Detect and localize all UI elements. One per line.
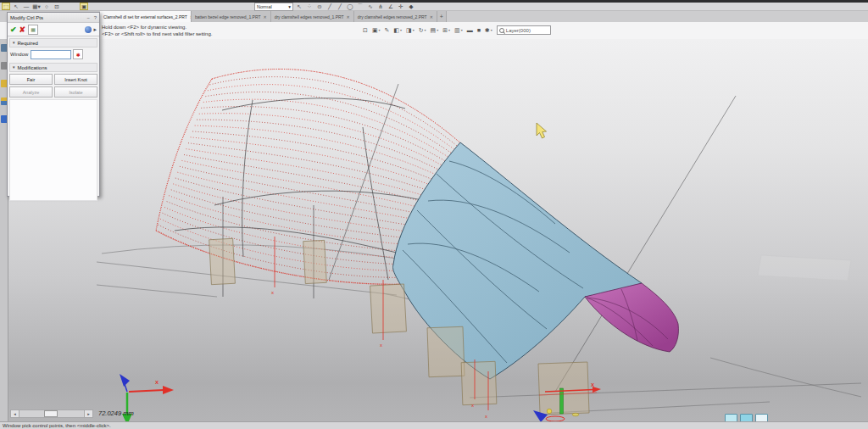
datum-box[interactable] — [538, 362, 589, 415]
magnifier-icon — [499, 28, 504, 33]
midpoint-icon[interactable]: ✛ — [397, 3, 405, 10]
datum-box[interactable] — [427, 326, 465, 376]
section-view-icon[interactable]: ▥▾ — [454, 27, 463, 34]
collapse-arrow-icon[interactable]: ▼ — [12, 65, 15, 70]
isolate-button[interactable]: Isolate — [54, 86, 97, 98]
scroll-left-arrow-icon[interactable]: ◂ — [11, 410, 19, 417]
surface-purple[interactable] — [585, 283, 678, 352]
window-icon[interactable]: ⊡ — [53, 3, 61, 10]
modification-buttons: Fair Insert Knot Analyze Isolate — [9, 74, 97, 98]
datum-x-mark: x — [485, 414, 487, 419]
datum-box[interactable] — [461, 361, 497, 404]
status-bar: Window pick control points, then <middle… — [0, 421, 868, 429]
section-modifications[interactable]: ▼ Modifications — [9, 63, 97, 72]
gear-icon[interactable]: ✱▾ — [485, 27, 492, 34]
csys-rotate-handle[interactable] — [572, 413, 579, 416]
point-icon[interactable]: ⁘ — [305, 3, 314, 10]
dialog-minimize-icon[interactable]: − — [86, 15, 90, 20]
cancel-x-icon[interactable]: ✘ — [19, 25, 26, 34]
wcs-x-axis[interactable] — [129, 390, 164, 392]
modify-ctrl-pts-dialog[interactable]: Modify Ctrl Pts − ? ✔ ✘ ▦ ▸ ▼ Required W… — [7, 12, 100, 197]
line-icon[interactable]: ╱ — [326, 3, 334, 10]
fair-button[interactable]: Fair — [9, 74, 53, 85]
wcs-x-arrowhead — [163, 386, 174, 394]
section-required[interactable]: ▼ Required — [9, 38, 97, 47]
csys-x-arrowhead — [593, 387, 601, 393]
angle-icon[interactable]: ∠ — [387, 3, 395, 10]
wcs-z-cone — [120, 374, 130, 387]
prompt-and-view-toolbar-row: Hold down <F2> for dynamic viewing. <F3>… — [0, 22, 868, 40]
window-selection-input[interactable] — [31, 50, 71, 59]
prompt-line-1: Hold down <F2> for dynamic viewing. — [102, 24, 212, 31]
quick-access-toolbar: ⬚ ↖ — ▦▾ ○ ⊡ ▣ Normal ▾ ↖ ⁘ ⊙ ╱ ╱ ◯ ⌒ ∿ … — [0, 3, 868, 11]
window-style-icon[interactable]: ⊡ — [363, 27, 368, 34]
tab-part-3[interactable]: dry clamshell edges removed_1.PRT ✕ — [271, 11, 354, 22]
spline-icon[interactable]: ∿ — [366, 3, 375, 10]
window-grid-icon[interactable]: ▦▾ — [32, 3, 41, 10]
section-modifications-label: Modifications — [17, 65, 47, 70]
horizontal-scrollbar[interactable]: ◂ ▸ — [10, 410, 93, 418]
new-tab-button[interactable]: + — [437, 11, 447, 22]
shaded-view-icon[interactable]: ◧▾ — [393, 27, 402, 34]
datum-x-mark: x — [271, 290, 274, 295]
csys-origin-handle[interactable] — [547, 409, 552, 414]
grid-icon[interactable]: ⊞▾ — [442, 27, 450, 34]
nx-application-window: ⬚ ↖ — ▦▾ ○ ⊡ ▣ Normal ▾ ↖ ⁘ ⊙ ╱ ╱ ◯ ⌒ ∿ … — [0, 0, 868, 429]
dark-strip-icon[interactable]: ▬ — [467, 27, 473, 33]
brush-icon[interactable]: ✎ — [385, 27, 390, 34]
layers-icon[interactable]: ▤▾ — [431, 27, 439, 34]
apply-icon[interactable]: ▦ — [28, 25, 38, 35]
layer-field-text: Layer(000) — [506, 28, 531, 33]
tab-part-4[interactable]: dry clamshell edges removed_2.PRT ✕ — [354, 11, 437, 22]
tab-part-1[interactable]: Clamshell dl set for external surfaces_2… — [100, 11, 192, 22]
collapse-arrow-icon[interactable]: ▼ — [12, 41, 15, 45]
ok-check-icon[interactable]: ✔ — [10, 25, 17, 34]
dialog-title-bar[interactable]: Modify Ctrl Pts − ? — [8, 13, 99, 23]
part-tab-bar: Clamshell dl set for external surfaces_2… — [0, 11, 868, 22]
solid-box-icon[interactable]: ■ — [477, 27, 481, 33]
viewport-canvas[interactable]: x x x x X X — [8, 39, 868, 421]
wcs-x-label: X — [155, 380, 159, 385]
dialog-toolbar: ✔ ✘ ▦ ▸ — [8, 23, 99, 36]
layer-search-field[interactable]: Layer(000) — [497, 25, 551, 35]
tab-close-icon[interactable]: ✕ — [430, 14, 433, 20]
tab-close-icon[interactable]: ✕ — [347, 14, 350, 20]
csys-green-handle[interactable] — [560, 388, 564, 414]
datum-box[interactable] — [209, 238, 236, 284]
render-style-icon[interactable]: ▣▾ — [372, 27, 381, 34]
snap-point-icon[interactable]: ↖ — [295, 3, 303, 10]
analyze-button[interactable]: Analyze — [9, 86, 53, 98]
scrollbar-thumb[interactable] — [44, 410, 58, 417]
save-icon[interactable]: ▣ — [80, 3, 88, 10]
insert-knot-button[interactable]: Insert Knot — [54, 74, 97, 85]
window-label: Window — [10, 52, 28, 57]
point-constructor-icon[interactable]: ✱ — [73, 49, 83, 59]
scrollbar-track[interactable] — [19, 410, 84, 417]
selection-filter-value: Normal — [257, 4, 272, 9]
select-mode-icon[interactable]: ⬚ — [2, 3, 10, 10]
undo-icon[interactable]: ○ — [42, 3, 51, 10]
end-point-icon[interactable]: ⊙ — [315, 3, 324, 10]
window-selection-row: Window ✱ — [8, 47, 99, 61]
cursor-icon[interactable]: ↖ — [12, 3, 20, 10]
circle-icon[interactable]: ◯ — [346, 3, 354, 10]
arc-icon[interactable]: ⌒ — [356, 3, 364, 10]
tab-part-2[interactable]: batten bezel edge removed_1.PRT ✕ — [192, 11, 271, 22]
scroll-right-arrow-icon[interactable]: ▸ — [84, 410, 92, 417]
dialog-help-icon[interactable]: ? — [94, 15, 97, 20]
selection-filter-dropdown[interactable]: Normal ▾ — [254, 3, 293, 11]
tab-label: Clamshell dl set for external surfaces_2… — [103, 14, 187, 20]
menu-dash-icon[interactable]: — — [22, 3, 31, 10]
tab-close-icon[interactable]: ✕ — [263, 14, 266, 20]
refresh-icon[interactable]: ↻▾ — [419, 27, 426, 34]
info-sphere-icon[interactable] — [85, 26, 92, 33]
orient-view-icon[interactable]: ◨▾ — [406, 27, 415, 34]
datum-box[interactable] — [303, 240, 327, 283]
line2-icon[interactable]: ╱ — [336, 3, 344, 10]
prompt-line-2: <F3> or <Shift roll> to find next valid … — [102, 31, 212, 37]
expand-chevron-icon[interactable]: ▸ — [93, 26, 97, 33]
selection-toolbar: ↖ ⁘ ⊙ ╱ ╱ ◯ ⌒ ∿ ⋔ ∠ ✛ ◆ — [295, 3, 417, 10]
datum-box[interactable] — [370, 284, 407, 333]
intersection-icon[interactable]: ⋔ — [376, 3, 385, 10]
face-icon[interactable]: ◆ — [407, 3, 415, 10]
